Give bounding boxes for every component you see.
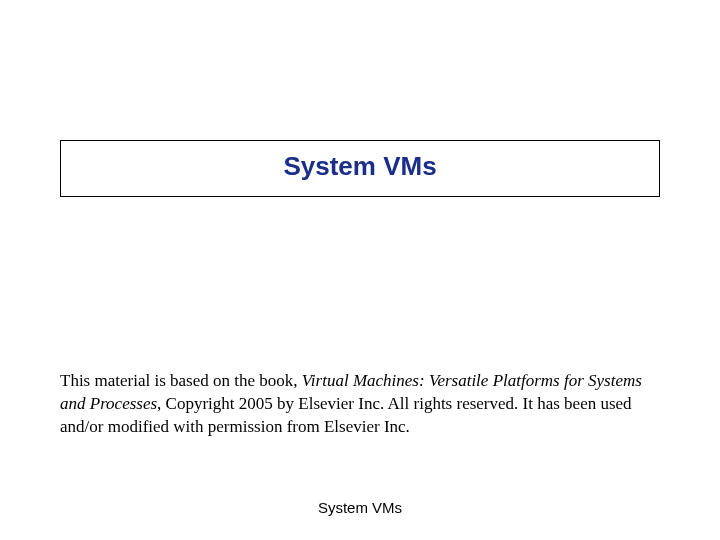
body-paragraph: This material is based on the book, Virt… [60, 370, 660, 439]
footer-text: System VMs [0, 499, 720, 516]
slide-title: System VMs [61, 151, 659, 182]
body-prefix: This material is based on the book, [60, 371, 302, 390]
slide: System VMs This material is based on the… [0, 0, 720, 540]
title-box: System VMs [60, 140, 660, 197]
